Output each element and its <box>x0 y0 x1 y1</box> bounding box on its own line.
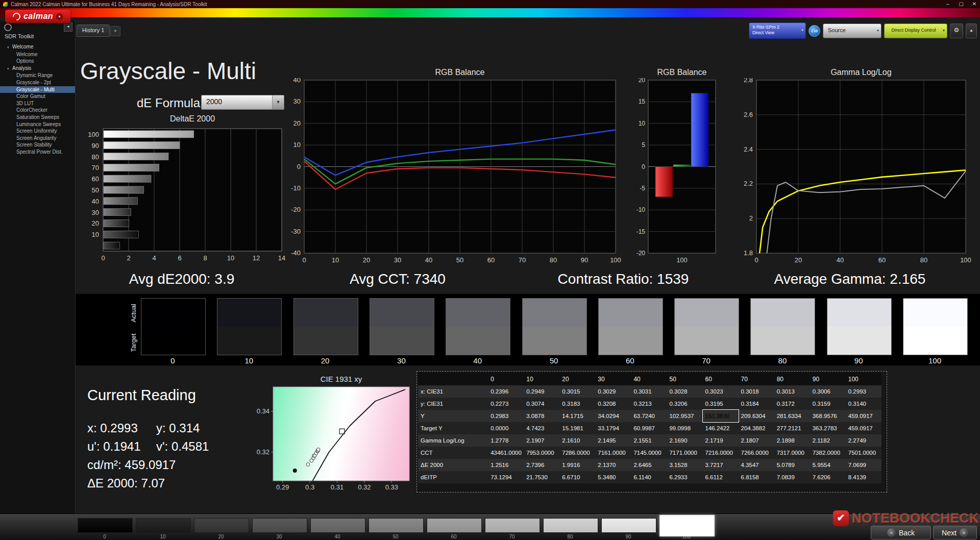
table-cell[interactable]: 5.9554 <box>810 459 846 471</box>
table-cell[interactable]: 7216.0000 <box>703 447 739 459</box>
table-col-header-10[interactable]: 10 <box>524 373 559 385</box>
pattern-patch-50[interactable] <box>369 518 424 533</box>
table-cell[interactable]: 4.7423 <box>524 422 559 434</box>
table-cell[interactable]: 99.0998 <box>667 422 702 434</box>
table-cell[interactable]: 0.0000 <box>488 422 524 434</box>
table-cell[interactable]: 281.6334 <box>774 410 810 422</box>
table-cell[interactable]: 14.1715 <box>559 410 595 422</box>
table-cell[interactable]: 7161.0000 <box>595 447 631 459</box>
table-cell[interactable]: 7286.0000 <box>559 447 595 459</box>
table-col-header-50[interactable]: 50 <box>667 373 702 385</box>
minimize-button[interactable]: – <box>941 0 954 8</box>
calman-menu-button[interactable]: calman ▾ <box>5 10 70 23</box>
table-cell[interactable]: 8.4139 <box>846 471 881 483</box>
sidebar-item-options[interactable]: Options <box>0 58 75 65</box>
table-col-header-40[interactable]: 40 <box>631 373 667 385</box>
table-cell[interactable]: 2.7396 <box>524 459 559 471</box>
sidebar-item-3d-lut[interactable]: 3D LUT <box>0 100 75 107</box>
table-cell[interactable]: 0.2949 <box>524 385 559 398</box>
table-col-header-20[interactable]: 20 <box>559 373 595 385</box>
table-cell[interactable]: 6.2933 <box>667 471 702 483</box>
table-cell[interactable]: 0.3184 <box>739 398 774 410</box>
table-cell[interactable]: 34.0294 <box>595 410 631 422</box>
table-cell[interactable]: 0.2273 <box>488 398 524 410</box>
table-cell[interactable]: 3.0878 <box>524 410 559 422</box>
table-cell[interactable]: 459.0917 <box>846 410 881 422</box>
table-cell[interactable]: 2.1907 <box>524 434 559 447</box>
sidebar-item-grayscale-multi[interactable]: Grayscale - Multi <box>0 86 75 93</box>
back-button[interactable]: « Back <box>871 526 931 539</box>
pattern-patch-60[interactable] <box>427 518 482 533</box>
pattern-patch-80[interactable] <box>543 518 598 533</box>
table-cell[interactable]: 1.2516 <box>488 459 524 471</box>
table-cell[interactable]: 7317.0000 <box>774 447 810 459</box>
table-cell[interactable]: 33.1794 <box>595 422 631 434</box>
table-cell[interactable]: 0.3074 <box>524 398 559 410</box>
pattern-patch-100[interactable] <box>659 515 715 536</box>
table-cell[interactable]: 2.1610 <box>559 434 595 447</box>
sidebar-item-screen-uniformity[interactable]: Screen Uniformity <box>0 128 75 135</box>
table-cell[interactable]: 0.2993 <box>846 385 881 398</box>
table-cell[interactable]: 0.3172 <box>774 398 810 410</box>
sidebar-item-dynamic-range[interactable]: Dynamic Range <box>0 72 75 79</box>
table-cell[interactable]: 2.1719 <box>703 434 739 447</box>
close-button[interactable]: ✕ <box>968 0 980 8</box>
sidebar-item-grayscale-2pt[interactable]: Grayscale - 2pt <box>0 79 75 86</box>
de-formula-select[interactable]: 2000 ▼ <box>201 95 284 110</box>
pattern-patch-30[interactable] <box>252 518 307 533</box>
table-col-header-30[interactable]: 30 <box>595 373 631 385</box>
table-cell[interactable]: 7.6206 <box>810 471 846 483</box>
table-cell[interactable]: 209.6304 <box>739 410 774 422</box>
add-tab-button[interactable]: + <box>110 26 120 36</box>
table-cell[interactable]: 6.1140 <box>631 471 667 483</box>
table-cell[interactable]: 0.3208 <box>595 398 631 410</box>
table-cell[interactable]: 15.1981 <box>559 422 595 434</box>
table-cell[interactable]: 0.3015 <box>559 385 595 398</box>
table-cell[interactable]: 63.7240 <box>631 410 667 422</box>
table-cell[interactable]: 7501.0000 <box>846 447 881 459</box>
sidebar-item-screen-stability[interactable]: Screen Stability <box>0 141 75 149</box>
table-cell[interactable]: 368.9576 <box>810 410 846 422</box>
table-cell[interactable]: 459.0917 <box>846 422 881 434</box>
table-cell[interactable]: 6.8158 <box>739 471 774 483</box>
table-cell[interactable]: 0.3023 <box>703 385 739 398</box>
table-cell[interactable]: 3.1528 <box>667 459 702 471</box>
table-cell[interactable]: 7171.0000 <box>667 447 702 459</box>
table-cell[interactable]: 102.9537 <box>667 410 702 422</box>
table-cell[interactable]: 363.2783 <box>810 422 846 434</box>
table-cell[interactable]: 2.1551 <box>631 434 667 447</box>
table-cell[interactable]: 2.1495 <box>595 434 631 447</box>
panel-toggle-button[interactable]: ▲ <box>966 23 977 38</box>
table-cell[interactable]: 7953.0000 <box>524 447 559 459</box>
table-col-header-0[interactable]: 0 <box>488 373 524 385</box>
table-cell[interactable]: 5.0789 <box>774 459 810 471</box>
display-control-button[interactable]: Direct Display Control ▼ <box>884 23 947 38</box>
table-cell[interactable]: 0.3159 <box>810 398 846 410</box>
next-button[interactable]: Next » <box>933 526 977 539</box>
pattern-patch-90[interactable] <box>601 518 656 533</box>
table-col-header-90[interactable]: 90 <box>810 373 846 385</box>
table-cell[interactable]: 7145.0000 <box>631 447 667 459</box>
table-col-header-70[interactable]: 70 <box>739 373 774 385</box>
table-cell[interactable]: 0.3140 <box>846 398 881 410</box>
table-cell[interactable]: 2.1370 <box>595 459 631 471</box>
settings-button[interactable]: ⚙ <box>950 23 963 38</box>
table-cell[interactable]: 7.0839 <box>774 471 810 483</box>
table-cell[interactable]: 0.3013 <box>774 385 810 398</box>
table-cell[interactable]: 73.1294 <box>488 471 524 483</box>
pattern-patch-20[interactable] <box>194 518 249 533</box>
table-cell[interactable]: 0.3031 <box>631 385 667 398</box>
meter-button[interactable]: X-Rite i1Pro 2 Direct View ▼ <box>749 22 806 39</box>
table-cell[interactable]: 0.3029 <box>595 385 631 398</box>
table-cell[interactable]: 1.9916 <box>559 459 595 471</box>
table-cell[interactable]: 2.1182 <box>810 434 846 447</box>
sidebar-item-color-gamut[interactable]: Color Gamut <box>0 93 75 100</box>
table-cell[interactable]: 5.3480 <box>595 471 631 483</box>
table-cell[interactable]: 6.6710 <box>559 471 595 483</box>
sidebar-item-colorchecker[interactable]: ColorChecker <box>0 107 75 114</box>
pattern-patch-40[interactable] <box>310 518 365 533</box>
table-cell[interactable]: 4.3547 <box>739 459 774 471</box>
tab-history-1[interactable]: History 1 <box>77 24 110 37</box>
sidebar-item-screen-angularity[interactable]: Screen Angularity <box>0 135 75 142</box>
table-cell[interactable]: 0.3018 <box>739 385 774 398</box>
